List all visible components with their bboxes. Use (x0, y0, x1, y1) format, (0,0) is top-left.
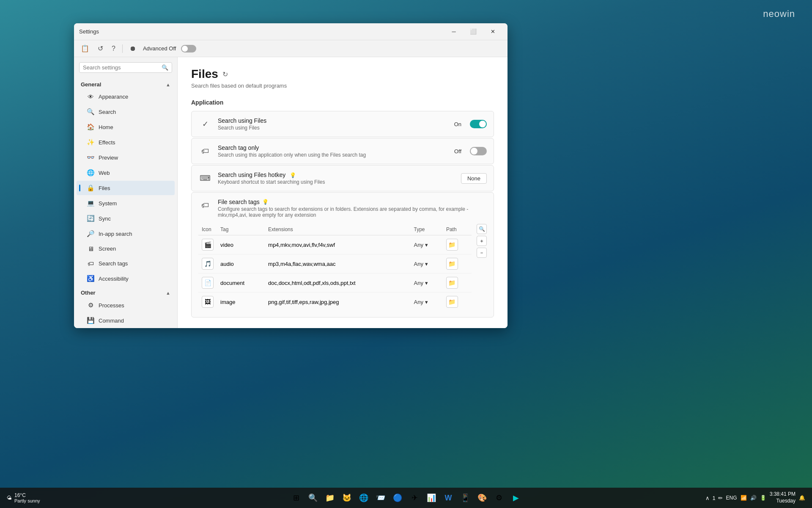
file-tags-info-icon[interactable]: 💡 (262, 199, 269, 205)
search-input[interactable] (83, 64, 159, 71)
paths-section-title: Paths and indexing (191, 328, 494, 328)
sidebar-item-command[interactable]: 💾 Command (77, 313, 175, 328)
audio-type-dropdown[interactable]: Any ▾ (414, 261, 439, 267)
sidebar-item-home[interactable]: 🏠 Home (77, 120, 175, 134)
weather-temp: 16°C (14, 492, 40, 498)
col-type: Type (411, 224, 443, 235)
home-icon: 🏠 (87, 123, 94, 131)
window-title: Settings (79, 28, 444, 35)
refresh-page-icon[interactable]: ↻ (222, 70, 228, 78)
start-button[interactable]: ⊞ (288, 490, 304, 505)
content-area: 🔍 General ▲ 👁 Appearance 🔍 Search 🏠 Home (74, 57, 508, 328)
sidebar-item-system[interactable]: 💻 System (77, 196, 175, 210)
sidebar-item-label: Files (99, 185, 110, 191)
toggle-on-label: On (454, 121, 461, 127)
weather-widget: 🌤 16°C Partly sunny (7, 492, 40, 503)
taskbar-files2-icon[interactable]: 📊 (424, 490, 439, 505)
sidebar-item-in-app-search[interactable]: 🔎 In-app search (77, 226, 175, 241)
taskbar-telegram-icon[interactable]: ✈ (407, 490, 422, 505)
taskbar-mail-icon[interactable]: 📨 (373, 490, 388, 505)
taskbar-1password-icon[interactable]: 🔵 (390, 490, 405, 505)
toggle-off-label: Off (454, 148, 461, 155)
sidebar-item-screen[interactable]: 🖥 Screen (77, 242, 175, 256)
tray-chevron-icon[interactable]: ∧ (705, 495, 710, 501)
maximize-button[interactable]: ⬜ (464, 25, 483, 39)
document-path-button[interactable]: 📁 (446, 277, 458, 289)
taskbar-browser-icon[interactable]: 🐱 (339, 490, 354, 505)
application-section-title: Application (191, 99, 494, 106)
sidebar-item-search-tags[interactable]: 🏷 Search tags (77, 257, 175, 271)
taskbar-fluent-icon[interactable]: ▶ (508, 490, 524, 505)
advanced-status-icon: ⏺ (128, 43, 138, 54)
other-section-header[interactable]: Other ▲ (74, 286, 177, 298)
audio-path-button[interactable]: 📁 (446, 258, 458, 270)
col-path: Path (443, 224, 472, 235)
sidebar-item-effects[interactable]: ✨ Effects (77, 135, 175, 149)
clock[interactable]: 3:38:41 PM Tuesday (770, 491, 796, 504)
document-type-dropdown[interactable]: Any ▾ (414, 280, 439, 286)
notification-icon[interactable]: 🔔 (799, 495, 805, 501)
in-app-search-icon: 🔎 (87, 230, 94, 237)
video-type-dropdown[interactable]: Any ▾ (414, 242, 439, 248)
taskbar-search-icon[interactable]: 🔍 (305, 490, 321, 505)
preview-icon: 👓 (87, 154, 94, 161)
taskbar-word-icon[interactable]: W (441, 490, 456, 505)
close-button[interactable]: ✕ (483, 25, 502, 39)
row-icon-cell: 🖼 (198, 293, 217, 312)
sidebar-item-search[interactable]: 🔍 Search (77, 105, 175, 119)
sidebar-item-accessibility[interactable]: ♿ Accessibility (77, 271, 175, 286)
sidebar-item-appearance[interactable]: 👁 Appearance (77, 90, 175, 104)
row-path: 📁 (443, 254, 472, 273)
search-tags-action-button[interactable]: 🔍 (477, 224, 487, 234)
audio-icon-box[interactable]: 🎵 (202, 258, 214, 270)
remove-tag-button[interactable]: － (477, 248, 487, 258)
refresh-icon[interactable]: ↺ (96, 43, 105, 54)
sidebar-item-label: Home (99, 124, 113, 130)
image-icon-box[interactable]: 🖼 (202, 296, 214, 308)
general-section-header[interactable]: General ▲ (74, 78, 177, 89)
minimize-button[interactable]: ─ (444, 25, 464, 39)
system-tray: ∧ 1 ✏ (705, 495, 722, 501)
clock-day: Tuesday (770, 498, 796, 505)
sidebar-item-label: Search (99, 109, 116, 115)
sidebar-item-label: Sync (99, 215, 111, 222)
search-files-toggle[interactable] (470, 120, 487, 128)
history-icon[interactable]: 📋 (79, 43, 91, 54)
help-icon[interactable]: ? (110, 43, 117, 54)
page-title-row: Files ↻ (191, 67, 494, 81)
sidebar-item-label: Accessibility (99, 276, 129, 282)
image-type-dropdown[interactable]: Any ▾ (414, 299, 439, 305)
search-icon: 🔍 (162, 64, 168, 71)
video-path-button[interactable]: 📁 (446, 239, 458, 251)
taskbar-edge-icon[interactable]: 🌐 (356, 490, 371, 505)
sidebar-item-processes[interactable]: ⚙ Processes (77, 298, 175, 312)
row-tag: audio (217, 254, 265, 273)
sidebar-item-label: Command (99, 318, 124, 324)
sidebar-item-sync[interactable]: 🔄 Sync (77, 211, 175, 226)
search-box[interactable]: 🔍 (79, 62, 172, 73)
add-tag-button[interactable]: ＋ (477, 236, 487, 246)
sidebar-item-preview[interactable]: 👓 Preview (77, 150, 175, 165)
taskbar-files-icon[interactable]: 📁 (322, 490, 337, 505)
hotkey-info-icon[interactable]: 💡 (290, 172, 296, 178)
effects-icon: ✨ (87, 138, 94, 146)
document-icon-box[interactable]: 📄 (202, 277, 214, 289)
taskbar-art-icon[interactable]: 🎨 (475, 490, 490, 505)
video-icon-box[interactable]: 🎬 (202, 239, 214, 251)
advanced-toggle-knob (182, 46, 188, 52)
language-indicator: ENG (726, 495, 737, 501)
sidebar-item-web[interactable]: 🌐 Web (77, 166, 175, 180)
row-icon-cell: 🎵 (198, 254, 217, 273)
other-section-title: Other (81, 290, 96, 296)
taskbar-phone-icon[interactable]: 📱 (458, 490, 473, 505)
sidebar-item-files[interactable]: 🔒 Files (77, 181, 175, 195)
row-extensions: png,gif,tif,tiff,eps,raw,jpg,jpeg (265, 293, 410, 312)
search-tag-only-toggle[interactable] (470, 147, 487, 155)
advanced-toggle[interactable] (181, 45, 196, 52)
taskbar-settings-icon[interactable]: ⚙ (491, 490, 507, 505)
sidebar-item-label: Search tags (99, 260, 128, 267)
paths-section: Paths and indexing ⬛ File indexer The fi… (191, 328, 494, 328)
image-path-button[interactable]: 📁 (446, 296, 458, 308)
hotkey-button[interactable]: None (461, 173, 487, 184)
search-tag-only-label: Search tag only (218, 144, 448, 151)
